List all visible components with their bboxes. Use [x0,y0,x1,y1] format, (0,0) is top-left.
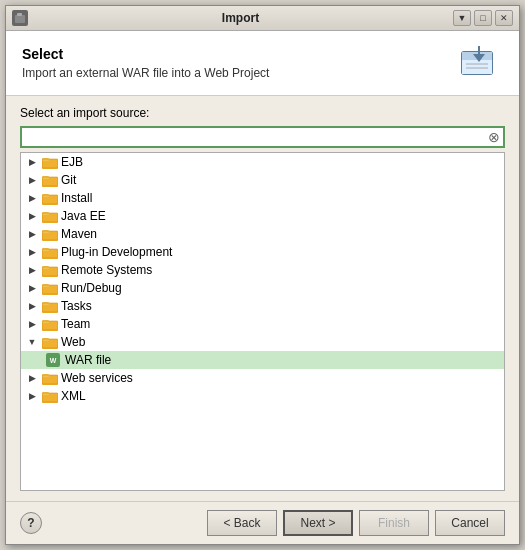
svg-rect-11 [42,158,49,161]
tree-label-maven: Maven [61,227,97,241]
svg-rect-44 [42,374,49,377]
folder-icon-webservices [42,371,58,385]
tree-item-webservices[interactable]: ▶ Web services [21,369,504,387]
header: Select Import an external WAR file into … [6,31,519,96]
tree-item-team[interactable]: ▶ Team [21,315,504,333]
tree-label-tasks: Tasks [61,299,92,313]
next-button[interactable]: Next > [283,510,353,536]
tree-label-webservices: Web services [61,371,133,385]
search-clear-button[interactable]: ⊗ [485,128,503,146]
svg-rect-38 [42,320,49,323]
footer-buttons: < Back Next > Finish Cancel [207,510,505,536]
svg-rect-5 [462,60,492,74]
tree-item-maven[interactable]: ▶ Maven [21,225,504,243]
tree-item-plugin[interactable]: ▶ Plug-in Development [21,243,504,261]
expand-icon-webservices: ▶ [25,371,39,385]
tree-label-git: Git [61,173,76,187]
folder-icon-tasks [42,299,58,313]
folder-icon-maven [42,227,58,241]
titlebar: Import ▼ □ ✕ [6,6,519,31]
expand-icon-rundebug: ▶ [25,281,39,295]
tree-item-git[interactable]: ▶ Git [21,171,504,189]
window-controls: ▼ □ ✕ [453,10,513,26]
folder-icon-xml [42,389,58,403]
svg-rect-47 [42,392,49,395]
expand-icon-plugin: ▶ [25,245,39,259]
header-icon [455,43,503,83]
import-icon [458,44,500,82]
folder-icon-remote [42,263,58,277]
svg-rect-35 [42,302,49,305]
tree-item-remote[interactable]: ▶ Remote Systems [21,261,504,279]
tree-label-rundebug: Run/Debug [61,281,122,295]
tree-label-web: Web [61,335,85,349]
svg-rect-23 [42,230,49,233]
folder-icon-javaee [42,209,58,223]
window-title: Import [32,11,449,25]
expand-icon-remote: ▶ [25,263,39,277]
cancel-button[interactable]: Cancel [435,510,505,536]
tree-label-remote: Remote Systems [61,263,152,277]
tree-container[interactable]: ▶ EJB ▶ Git ▶ Install [20,152,505,491]
expand-icon-team: ▶ [25,317,39,331]
tree-label-team: Team [61,317,90,331]
minimize-button[interactable]: ▼ [453,10,471,26]
expand-icon-install: ▶ [25,191,39,205]
folder-icon-install [42,191,58,205]
import-dialog: Import ▼ □ ✕ Select Import an external W… [5,5,520,545]
tree-item-install[interactable]: ▶ Install [21,189,504,207]
search-row: ⊗ [20,126,505,148]
tree-item-rundebug[interactable]: ▶ Run/Debug [21,279,504,297]
search-input[interactable] [22,128,485,146]
tree-item-warfile[interactable]: W WAR file [21,351,504,369]
expand-icon-git: ▶ [25,173,39,187]
tree-label-install: Install [61,191,92,205]
svg-rect-41 [42,338,49,341]
expand-icon-web: ▼ [25,335,39,349]
footer-left: ? [20,512,42,534]
svg-rect-29 [42,266,49,269]
tree-item-ejb[interactable]: ▶ EJB [21,153,504,171]
folder-icon-rundebug [42,281,58,295]
expand-icon-ejb: ▶ [25,155,39,169]
svg-rect-17 [42,194,49,197]
expand-icon-tasks: ▶ [25,299,39,313]
svg-rect-14 [42,176,49,179]
expand-icon-javaee: ▶ [25,209,39,223]
finish-button[interactable]: Finish [359,510,429,536]
tree-item-javaee[interactable]: ▶ Java EE [21,207,504,225]
tree-label-ejb: EJB [61,155,83,169]
help-button[interactable]: ? [20,512,42,534]
expand-icon-xml: ▶ [25,389,39,403]
war-file-icon: W [46,353,60,367]
content-area: Select an import source: ⊗ ▶ EJB ▶ [6,96,519,501]
source-label: Select an import source: [20,106,505,120]
footer: ? < Back Next > Finish Cancel [6,501,519,544]
tree-label-javaee: Java EE [61,209,106,223]
close-button[interactable]: ✕ [495,10,513,26]
tree-label-plugin: Plug-in Development [61,245,172,259]
maximize-button[interactable]: □ [474,10,492,26]
back-button[interactable]: < Back [207,510,277,536]
header-title: Select [22,46,269,62]
tree-label-xml: XML [61,389,86,403]
header-subtitle: Import an external WAR file into a Web P… [22,66,269,80]
svg-rect-0 [15,15,25,23]
folder-icon-plugin [42,245,58,259]
folder-icon-web [42,335,58,349]
folder-icon-team [42,317,58,331]
tree-item-web[interactable]: ▼ Web [21,333,504,351]
tree-item-tasks[interactable]: ▶ Tasks [21,297,504,315]
header-text: Select Import an external WAR file into … [22,46,269,80]
warfile-icon: W [46,353,62,367]
svg-rect-26 [42,248,49,251]
svg-rect-1 [17,13,22,16]
svg-rect-20 [42,212,49,215]
expand-icon-maven: ▶ [25,227,39,241]
tree-item-xml[interactable]: ▶ XML [21,387,504,405]
folder-icon-git [42,173,58,187]
tree-label-warfile: WAR file [65,353,111,367]
folder-icon-ejb [42,155,58,169]
window-icon [12,10,28,26]
svg-rect-32 [42,284,49,287]
